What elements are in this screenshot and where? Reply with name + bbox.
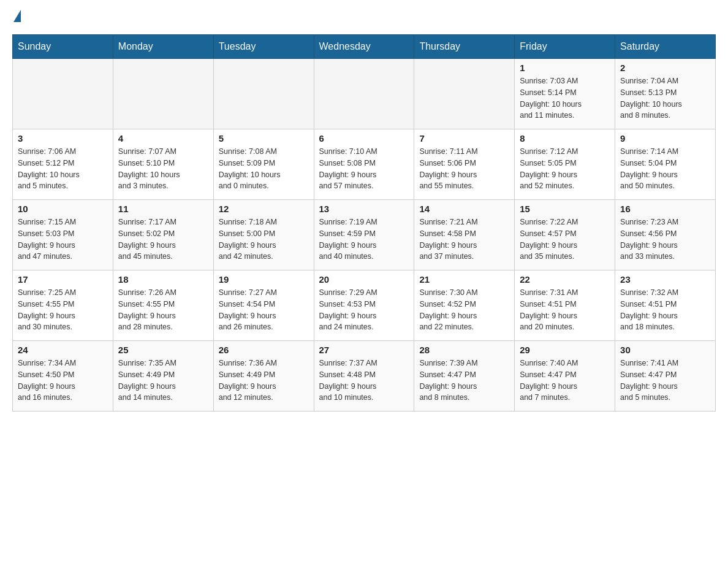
day-info: Sunrise: 7:37 AMSunset: 4:48 PMDaylight:… [319,358,409,404]
day-info: Sunrise: 7:23 AMSunset: 4:56 PMDaylight:… [620,216,710,262]
day-info: Sunrise: 7:10 AMSunset: 5:08 PMDaylight:… [319,146,409,192]
calendar-cell: 27Sunrise: 7:37 AMSunset: 4:48 PMDayligh… [314,341,414,412]
day-number: 11 [118,204,208,214]
calendar-cell [414,59,515,129]
day-info: Sunrise: 7:36 AMSunset: 4:49 PMDaylight:… [219,358,309,404]
calendar-cell: 20Sunrise: 7:29 AMSunset: 4:53 PMDayligh… [314,270,414,341]
day-number: 22 [520,274,610,285]
calendar-cell: 2Sunrise: 7:04 AMSunset: 5:13 PMDaylight… [615,59,716,129]
day-info: Sunrise: 7:08 AMSunset: 5:09 PMDaylight:… [219,146,309,192]
day-number: 19 [219,274,309,285]
day-info: Sunrise: 7:31 AMSunset: 4:51 PMDaylight:… [520,287,610,333]
calendar-cell: 22Sunrise: 7:31 AMSunset: 4:51 PMDayligh… [515,270,615,341]
day-number: 13 [319,204,409,214]
calendar-cell: 11Sunrise: 7:17 AMSunset: 5:02 PMDayligh… [113,200,213,270]
calendar-cell: 25Sunrise: 7:35 AMSunset: 4:49 PMDayligh… [113,341,213,412]
day-number: 5 [219,133,309,144]
day-info: Sunrise: 7:19 AMSunset: 4:59 PMDaylight:… [319,216,409,262]
day-number: 2 [620,63,710,73]
day-number: 26 [219,345,309,355]
day-number: 28 [419,345,509,355]
logo-triangle-icon [13,10,21,22]
day-number: 14 [419,204,509,214]
calendar-cell: 15Sunrise: 7:22 AMSunset: 4:57 PMDayligh… [515,200,615,270]
calendar-cell [113,59,213,129]
day-number: 7 [419,133,509,144]
day-info: Sunrise: 7:03 AMSunset: 5:14 PMDaylight:… [520,75,610,121]
calendar-cell [314,59,414,129]
day-number: 3 [18,133,108,144]
day-info: Sunrise: 7:06 AMSunset: 5:12 PMDaylight:… [18,146,108,192]
calendar-cell: 29Sunrise: 7:40 AMSunset: 4:47 PMDayligh… [515,341,615,412]
calendar-cell [213,59,314,129]
day-number: 24 [18,345,108,355]
calendar-cell: 13Sunrise: 7:19 AMSunset: 4:59 PMDayligh… [314,200,414,270]
page-header [12,12,716,22]
day-number: 18 [118,274,208,285]
day-number: 12 [219,204,309,214]
day-info: Sunrise: 7:11 AMSunset: 5:06 PMDaylight:… [419,146,509,192]
day-info: Sunrise: 7:18 AMSunset: 5:00 PMDaylight:… [219,216,309,262]
day-number: 27 [319,345,409,355]
day-number: 30 [620,345,710,355]
weekday-header-friday: Friday [515,35,615,59]
calendar-cell: 12Sunrise: 7:18 AMSunset: 5:00 PMDayligh… [213,200,314,270]
day-number: 4 [118,133,208,144]
weekday-header-saturday: Saturday [615,35,716,59]
day-number: 10 [18,204,108,214]
weekday-header-sunday: Sunday [13,35,113,59]
calendar-cell: 24Sunrise: 7:34 AMSunset: 4:50 PMDayligh… [13,341,113,412]
day-info: Sunrise: 7:34 AMSunset: 4:50 PMDaylight:… [18,358,108,404]
calendar-cell: 28Sunrise: 7:39 AMSunset: 4:47 PMDayligh… [414,341,515,412]
day-info: Sunrise: 7:27 AMSunset: 4:54 PMDaylight:… [219,287,309,333]
day-info: Sunrise: 7:40 AMSunset: 4:47 PMDaylight:… [520,358,610,404]
day-number: 16 [620,204,710,214]
day-info: Sunrise: 7:04 AMSunset: 5:13 PMDaylight:… [620,75,710,121]
day-number: 6 [319,133,409,144]
calendar-cell: 23Sunrise: 7:32 AMSunset: 4:51 PMDayligh… [615,270,716,341]
day-number: 17 [18,274,108,285]
day-number: 25 [118,345,208,355]
day-info: Sunrise: 7:12 AMSunset: 5:05 PMDaylight:… [520,146,610,192]
day-info: Sunrise: 7:26 AMSunset: 4:55 PMDaylight:… [118,287,208,333]
day-info: Sunrise: 7:30 AMSunset: 4:52 PMDaylight:… [419,287,509,333]
calendar-cell: 1Sunrise: 7:03 AMSunset: 5:14 PMDaylight… [515,59,615,129]
calendar-cell: 4Sunrise: 7:07 AMSunset: 5:10 PMDaylight… [113,129,213,200]
day-info: Sunrise: 7:15 AMSunset: 5:03 PMDaylight:… [18,216,108,262]
day-info: Sunrise: 7:17 AMSunset: 5:02 PMDaylight:… [118,216,208,262]
weekday-header-wednesday: Wednesday [314,35,414,59]
calendar-cell [13,59,113,129]
calendar-cell: 5Sunrise: 7:08 AMSunset: 5:09 PMDaylight… [213,129,314,200]
day-number: 21 [419,274,509,285]
calendar-cell: 30Sunrise: 7:41 AMSunset: 4:47 PMDayligh… [615,341,716,412]
calendar-cell: 18Sunrise: 7:26 AMSunset: 4:55 PMDayligh… [113,270,213,341]
calendar-cell: 9Sunrise: 7:14 AMSunset: 5:04 PMDaylight… [615,129,716,200]
calendar-cell: 16Sunrise: 7:23 AMSunset: 4:56 PMDayligh… [615,200,716,270]
day-number: 8 [520,133,610,144]
calendar-cell: 7Sunrise: 7:11 AMSunset: 5:06 PMDaylight… [414,129,515,200]
day-number: 20 [319,274,409,285]
day-info: Sunrise: 7:22 AMSunset: 4:57 PMDaylight:… [520,216,610,262]
day-info: Sunrise: 7:41 AMSunset: 4:47 PMDaylight:… [620,358,710,404]
calendar-table: SundayMondayTuesdayWednesdayThursdayFrid… [12,34,716,412]
calendar-cell: 8Sunrise: 7:12 AMSunset: 5:05 PMDaylight… [515,129,615,200]
weekday-header-monday: Monday [113,35,213,59]
calendar-cell: 3Sunrise: 7:06 AMSunset: 5:12 PMDaylight… [13,129,113,200]
calendar-cell: 19Sunrise: 7:27 AMSunset: 4:54 PMDayligh… [213,270,314,341]
calendar-cell: 21Sunrise: 7:30 AMSunset: 4:52 PMDayligh… [414,270,515,341]
day-info: Sunrise: 7:32 AMSunset: 4:51 PMDaylight:… [620,287,710,333]
calendar-cell: 14Sunrise: 7:21 AMSunset: 4:58 PMDayligh… [414,200,515,270]
weekday-header-thursday: Thursday [414,35,515,59]
day-number: 1 [520,63,610,73]
day-number: 15 [520,204,610,214]
calendar-cell: 10Sunrise: 7:15 AMSunset: 5:03 PMDayligh… [13,200,113,270]
calendar-cell: 17Sunrise: 7:25 AMSunset: 4:55 PMDayligh… [13,270,113,341]
day-number: 23 [620,274,710,285]
day-info: Sunrise: 7:29 AMSunset: 4:53 PMDaylight:… [319,287,409,333]
day-info: Sunrise: 7:35 AMSunset: 4:49 PMDaylight:… [118,358,208,404]
day-info: Sunrise: 7:21 AMSunset: 4:58 PMDaylight:… [419,216,509,262]
logo [12,12,23,22]
weekday-header-tuesday: Tuesday [213,35,314,59]
day-info: Sunrise: 7:14 AMSunset: 5:04 PMDaylight:… [620,146,710,192]
calendar-cell: 26Sunrise: 7:36 AMSunset: 4:49 PMDayligh… [213,341,314,412]
